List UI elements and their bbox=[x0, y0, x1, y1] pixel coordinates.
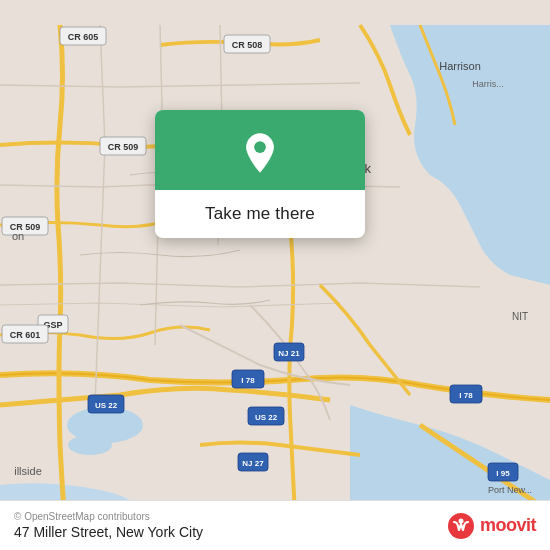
svg-point-2 bbox=[68, 435, 112, 455]
svg-text:I 95: I 95 bbox=[496, 469, 510, 478]
svg-text:I 78: I 78 bbox=[241, 376, 255, 385]
svg-text:NJ 21: NJ 21 bbox=[278, 349, 300, 358]
moovit-logo: moovit bbox=[447, 512, 536, 540]
svg-point-36 bbox=[254, 141, 266, 153]
take-me-there-button[interactable]: Take me there bbox=[205, 204, 315, 224]
popup-card: Take me there bbox=[155, 110, 365, 238]
svg-text:CR 605: CR 605 bbox=[68, 32, 99, 42]
svg-point-38 bbox=[458, 518, 463, 523]
map-svg: CR 605 CR 509 CR 509 CR 508 GSP CR 601 I… bbox=[0, 0, 550, 550]
popup-button-area[interactable]: Take me there bbox=[155, 190, 365, 238]
svg-text:illside: illside bbox=[14, 465, 42, 477]
copyright-text: © OpenStreetMap contributors bbox=[14, 511, 203, 522]
svg-text:US 22: US 22 bbox=[95, 401, 118, 410]
moovit-label: moovit bbox=[480, 515, 536, 536]
bottom-info: © OpenStreetMap contributors 47 Miller S… bbox=[14, 511, 203, 540]
svg-text:CR 601: CR 601 bbox=[10, 330, 41, 340]
svg-text:US 22: US 22 bbox=[255, 413, 278, 422]
map-container: CR 605 CR 509 CR 509 CR 508 GSP CR 601 I… bbox=[0, 0, 550, 550]
svg-text:CR 509: CR 509 bbox=[108, 142, 139, 152]
svg-text:Harris...: Harris... bbox=[472, 79, 504, 89]
svg-text:NIT: NIT bbox=[512, 311, 528, 322]
popup-green-area bbox=[155, 110, 365, 190]
bottom-bar: © OpenStreetMap contributors 47 Miller S… bbox=[0, 500, 550, 550]
address-text: 47 Miller Street, New York City bbox=[14, 524, 203, 540]
location-pin-icon bbox=[239, 132, 281, 174]
svg-text:NJ 27: NJ 27 bbox=[242, 459, 264, 468]
svg-text:on: on bbox=[12, 230, 24, 242]
svg-text:CR 508: CR 508 bbox=[232, 40, 263, 50]
svg-text:Port New...: Port New... bbox=[488, 485, 532, 495]
moovit-icon bbox=[447, 512, 475, 540]
svg-text:I 78: I 78 bbox=[459, 391, 473, 400]
svg-text:Harrison: Harrison bbox=[439, 60, 481, 72]
